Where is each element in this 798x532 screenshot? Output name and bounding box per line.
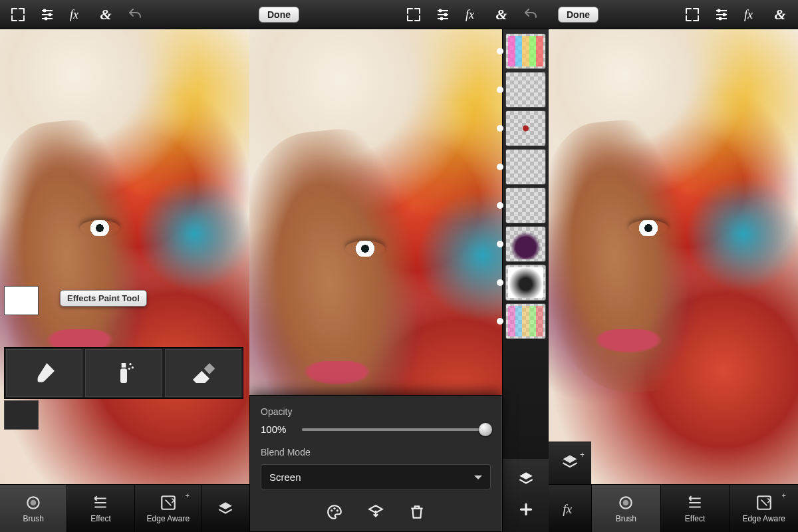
spray-tool[interactable] — [85, 349, 162, 397]
done-button[interactable]: Done — [259, 7, 299, 23]
fx-icon — [561, 499, 579, 518]
tab-edge-aware[interactable]: + Edge Aware — [729, 485, 798, 532]
layer-thumb[interactable] — [505, 72, 546, 108]
edge-aware-icon — [159, 493, 178, 512]
adjust-icon[interactable] — [39, 6, 56, 23]
screenshot-layers-blend: Done & — [249, 0, 549, 532]
opacity-slider[interactable] — [302, 428, 491, 431]
tab-brush-label: Brush — [616, 514, 636, 523]
layers-panel — [502, 29, 549, 459]
opacity-label: Opacity — [261, 406, 491, 417]
done-button[interactable]: Done — [558, 7, 598, 23]
plus-badge-icon: + — [186, 491, 190, 499]
tab-effect-label: Effect — [90, 514, 110, 523]
fx-icon[interactable] — [742, 6, 759, 23]
opacity-value: 100% — [261, 424, 293, 435]
layer-thumb[interactable] — [505, 149, 546, 185]
tab-edge-label: Edge Aware — [742, 514, 785, 523]
tab-brush-label: Brush — [23, 514, 43, 523]
tab-brush[interactable]: Brush — [591, 485, 660, 532]
fx-icon[interactable] — [68, 6, 85, 23]
add-layer-button[interactable] — [517, 501, 535, 521]
ampersand-icon[interactable]: & — [97, 6, 114, 23]
layer-thumb[interactable] — [505, 33, 546, 69]
chevron-down-icon — [474, 475, 482, 483]
layer-thumb[interactable] — [505, 188, 546, 223]
delete-layer-button[interactable] — [408, 503, 426, 523]
top-toolbar: Done & — [249, 0, 549, 29]
bottom-toolbar: Brush Effect + Edge Aware — [549, 484, 798, 532]
brush-circle-icon — [24, 493, 43, 512]
tab-effect[interactable]: Effect — [66, 485, 134, 532]
layers-corner — [502, 459, 549, 532]
fx-icon[interactable] — [464, 6, 481, 23]
selection-icon[interactable] — [9, 6, 27, 23]
layer-thumb[interactable] — [505, 265, 546, 301]
screenshot-fx-bottom: Done & + Brush — [549, 0, 798, 532]
tab-edge-label: Edge Aware — [147, 514, 190, 523]
paint-tool-popup: Effects Paint Tool — [4, 286, 243, 431]
blend-popover: Opacity 100% Blend Mode Screen — [249, 395, 502, 532]
ampersand-icon[interactable]: & — [493, 6, 510, 23]
selection-icon[interactable] — [405, 6, 422, 23]
bottom-toolbar: Brush Effect + Edge Aware — [0, 484, 249, 532]
tab-effect-label: Effect — [685, 514, 705, 523]
plus-badge-icon: + — [782, 491, 786, 499]
eraser-tool[interactable] — [165, 349, 241, 397]
adjust-icon[interactable] — [713, 6, 730, 23]
top-toolbar: Done & — [549, 0, 798, 29]
blendmode-label: Blend Mode — [261, 447, 491, 458]
selection-icon[interactable] — [684, 6, 701, 23]
layer-thumb[interactable] — [505, 303, 546, 339]
blendmode-value: Screen — [269, 471, 301, 483]
undo-icon[interactable] — [126, 6, 144, 23]
effect-icon — [91, 493, 110, 512]
brush-circle-icon — [616, 493, 635, 512]
canvas[interactable] — [549, 29, 798, 484]
paint-popup-tab-active[interactable] — [4, 286, 39, 315]
layer-thumb[interactable] — [505, 110, 546, 146]
layers-button[interactable]: + — [561, 453, 579, 474]
paint-popup-tab-2[interactable] — [4, 400, 39, 430]
adjust-icon[interactable] — [434, 6, 452, 23]
slider-knob[interactable] — [479, 423, 492, 436]
merge-down-button[interactable] — [367, 503, 384, 523]
top-toolbar: & — [0, 0, 249, 29]
screenshot-paint-tools: & Effects Paint Tool — [0, 0, 249, 532]
effect-icon — [686, 493, 704, 512]
layers-toggle-button[interactable] — [517, 470, 535, 490]
blendmode-dropdown[interactable]: Screen — [261, 464, 491, 490]
color-palette-button[interactable] — [326, 503, 343, 523]
brush-tool[interactable] — [6, 349, 82, 397]
tooltip: Effects Paint Tool — [60, 290, 147, 307]
layer-thumb[interactable] — [505, 226, 546, 262]
layers-button[interactable] — [201, 485, 249, 532]
undo-icon[interactable] — [522, 6, 539, 23]
tab-fx[interactable] — [549, 485, 591, 532]
edge-aware-icon — [755, 493, 773, 512]
tab-brush[interactable]: Brush — [0, 485, 66, 532]
tab-edge-aware[interactable]: + Edge Aware — [134, 485, 201, 532]
tab-effect[interactable]: Effect — [660, 485, 730, 532]
ampersand-icon[interactable]: & — [771, 6, 789, 23]
